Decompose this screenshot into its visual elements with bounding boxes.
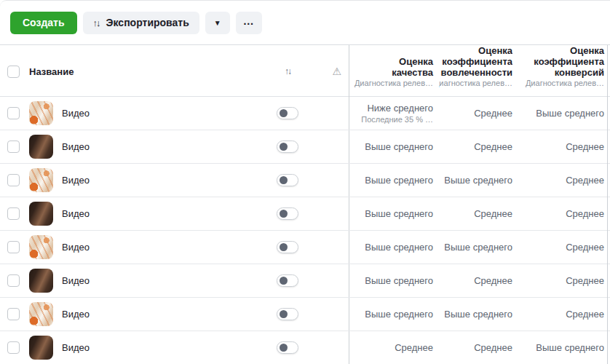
- row-checkbox[interactable]: [7, 241, 20, 253]
- toggle-knob: [280, 109, 288, 117]
- table-row: Видео Выше среднего Выше среднего Средне…: [0, 164, 610, 197]
- column-title-line: Оценка: [570, 45, 604, 56]
- column-title-line: Оценка: [439, 45, 512, 56]
- toggle-knob: [280, 344, 288, 352]
- toggle-knob: [280, 176, 288, 184]
- column-title-line: Оценка: [399, 56, 433, 67]
- video-thumbnail[interactable]: [29, 101, 53, 125]
- table-row: Видео Ниже среднего Последние 35 % … Сре…: [0, 97, 610, 130]
- clipped-column-title: Оценка коэффициента вовлеченности Диагно…: [439, 45, 512, 88]
- name-column-header[interactable]: Название: [29, 66, 74, 77]
- conversion-ranking-value: Среднее: [566, 208, 604, 220]
- video-thumbnail[interactable]: [29, 302, 53, 326]
- next-column-divider: [607, 45, 608, 364]
- status-toggle[interactable]: [277, 241, 298, 253]
- column-subtitle: Диагностика релев…: [526, 79, 604, 88]
- table-header: Название ↑↓ ⚠ Оценка качества Диагностик…: [0, 45, 610, 97]
- table-row: Видео Выше среднего Среднее Среднее: [0, 264, 610, 298]
- video-thumbnail[interactable]: [29, 235, 53, 259]
- quality-ranking-value: Выше среднего: [365, 309, 433, 320]
- conversion-ranking-value: Выше среднего: [536, 108, 604, 119]
- conversion-ranking-value: Среднее: [566, 309, 604, 320]
- engagement-ranking-value: Среднее: [474, 108, 512, 119]
- quality-ranking-note: Последние 35 % …: [361, 114, 433, 124]
- sort-icon[interactable]: ↑↓: [285, 66, 290, 76]
- quality-ranking-value: Ниже среднего: [367, 103, 433, 114]
- column-subtitle: Диагностика релев…: [354, 79, 433, 88]
- ad-name[interactable]: Видео: [62, 108, 90, 119]
- toggle-knob: [280, 243, 288, 251]
- conversion-ranking-value: Среднее: [566, 175, 604, 186]
- chevron-down-icon: ▼: [214, 19, 221, 27]
- engagement-ranking-value: Среднее: [474, 141, 512, 153]
- row-checkbox[interactable]: [7, 274, 20, 287]
- table-row: Видео Выше среднего Среднее Среднее: [0, 197, 610, 231]
- toggle-knob: [280, 210, 288, 218]
- quality-ranking-value: Выше среднего: [365, 141, 433, 153]
- status-toggle[interactable]: [277, 141, 298, 153]
- conversion-ranking-value: Среднее: [566, 275, 604, 287]
- engagement-ranking-value: Среднее: [474, 208, 512, 220]
- engagement-ranking-value: Выше среднего: [444, 175, 512, 186]
- row-checkbox[interactable]: [7, 141, 20, 153]
- row-checkbox[interactable]: [7, 107, 20, 119]
- column-title-line: вовлеченности: [439, 67, 512, 78]
- status-toggle[interactable]: [277, 174, 298, 186]
- video-thumbnail[interactable]: [29, 168, 53, 192]
- ad-name[interactable]: Видео: [62, 242, 90, 253]
- conversion-ranking-value: Среднее: [566, 141, 604, 153]
- column-title-line: коэффициента: [439, 56, 512, 67]
- quality-ranking-value: Выше среднего: [365, 242, 433, 253]
- table-row: Видео Выше среднего Выше среднего Средне…: [0, 298, 610, 331]
- more-options-button[interactable]: …: [236, 12, 262, 34]
- column-header-quality-ranking[interactable]: Оценка качества Диагностика релев…: [349, 45, 439, 98]
- quality-ranking-value: Выше среднего: [365, 175, 433, 186]
- conversion-ranking-value: Выше среднего: [536, 342, 604, 354]
- video-thumbnail[interactable]: [29, 269, 53, 293]
- ad-name[interactable]: Видео: [62, 208, 90, 219]
- column-title-line: коэффициента: [534, 56, 604, 67]
- table-row: Видео Среднее Среднее Выше среднего: [0, 331, 610, 364]
- column-title-line: качества: [392, 67, 433, 78]
- ad-name[interactable]: Видео: [62, 175, 90, 186]
- create-button[interactable]: Создать: [10, 12, 77, 34]
- ad-name[interactable]: Видео: [62, 275, 90, 286]
- ad-name[interactable]: Видео: [62, 141, 90, 152]
- select-all-checkbox[interactable]: [7, 66, 20, 78]
- toggle-knob: [280, 143, 288, 151]
- column-header-conversion-ranking[interactable]: Оценка коэффициента конверсий Диагностик…: [515, 45, 610, 98]
- quality-ranking-value: Среднее: [395, 342, 433, 354]
- row-checkbox[interactable]: [7, 207, 20, 220]
- ads-manager-table-view: Создать ↑↓ Экспортировать ▼ … Название ↑…: [0, 0, 610, 364]
- status-toggle[interactable]: [277, 207, 298, 220]
- status-toggle[interactable]: [277, 308, 298, 320]
- conversion-ranking-value: Среднее: [566, 242, 604, 253]
- export-button[interactable]: ↑↓ Экспортировать: [83, 12, 199, 34]
- video-thumbnail[interactable]: [29, 202, 53, 226]
- toggle-knob: [280, 277, 288, 285]
- column-header-engagement-ranking[interactable]: Оценка коэффициента вовлеченности Диагно…: [439, 45, 515, 98]
- status-toggle[interactable]: [277, 107, 298, 119]
- ellipsis-icon: …: [243, 15, 255, 27]
- video-thumbnail[interactable]: [29, 336, 53, 360]
- status-toggle[interactable]: [277, 274, 298, 287]
- engagement-ranking-value: Среднее: [474, 275, 512, 287]
- row-checkbox[interactable]: [7, 174, 20, 186]
- toggle-knob: [280, 310, 288, 318]
- ad-name[interactable]: Видео: [62, 309, 90, 320]
- warning-icon[interactable]: ⚠: [332, 66, 341, 77]
- row-checkbox[interactable]: [7, 341, 20, 354]
- row-checkbox[interactable]: [7, 308, 20, 320]
- export-dropdown-button[interactable]: ▼: [205, 12, 230, 34]
- export-button-label: Экспортировать: [106, 17, 189, 28]
- engagement-ranking-value: Выше среднего: [444, 309, 512, 320]
- status-toggle[interactable]: [277, 341, 298, 354]
- export-arrows-icon: ↑↓: [93, 17, 100, 28]
- column-subtitle: Диагностика релев…: [439, 79, 512, 88]
- ad-name[interactable]: Видео: [62, 342, 90, 353]
- quality-ranking-value: Выше среднего: [365, 208, 433, 220]
- engagement-ranking-value: Выше среднего: [444, 242, 512, 253]
- column-title-line: конверсий: [555, 67, 604, 78]
- video-thumbnail[interactable]: [29, 135, 53, 159]
- quality-ranking-value: Выше среднего: [365, 275, 433, 287]
